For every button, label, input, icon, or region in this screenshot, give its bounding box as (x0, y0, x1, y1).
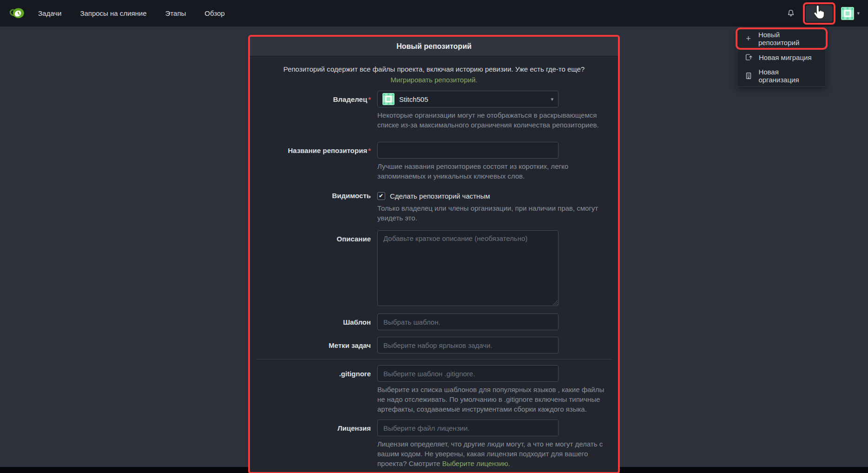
nav-item-issues[interactable]: Задачи (38, 9, 61, 17)
private-checkbox-label[interactable]: Сделать репозиторий частным (390, 192, 490, 200)
gitignore-help: Выберите из списка шаблонов для популярн… (377, 385, 608, 414)
nav-item-milestones[interactable]: Этапы (165, 9, 186, 17)
license-input[interactable] (377, 420, 559, 436)
chevron-down-icon: ▾ (857, 10, 860, 16)
license-help: Лицензия определяет, что другие люди мог… (377, 439, 608, 468)
license-label: Лицензия (250, 420, 377, 468)
repo-name-label: Название репозитория* (250, 142, 377, 181)
template-row: Шаблон (250, 313, 618, 330)
gitea-logo-icon (9, 6, 25, 21)
form-intro: Репозиторий содержит все файлы проекта, … (266, 64, 602, 85)
owner-label: Владелец* (250, 91, 377, 130)
page-title: Новый репозиторий (396, 42, 472, 51)
plus-icon: + (744, 34, 753, 44)
description-textarea[interactable] (377, 230, 559, 306)
template-input[interactable] (377, 313, 559, 330)
section-divider (256, 359, 612, 360)
chevron-down-icon: ▾ (822, 11, 824, 16)
user-menu-button[interactable]: ▾ (841, 7, 860, 20)
organization-icon (744, 72, 753, 80)
nav-item-pull-requests[interactable]: Запросы на слияние (80, 9, 146, 17)
menu-item-label: Новый репозиторий (758, 31, 819, 47)
new-repository-form: Новый репозиторий Репозиторий содержит в… (248, 35, 620, 473)
repo-name-help: Лучшие названия репозиториев состоят из … (377, 161, 608, 181)
menu-item-label: Новая миграция (759, 53, 812, 61)
nav-item-explore[interactable]: Обзор (204, 9, 224, 17)
navbar-right-actions: + ▾ ▾ (785, 2, 860, 25)
intro-text: Репозиторий содержит все файлы проекта, … (283, 65, 585, 73)
gitea-logo[interactable] (9, 6, 25, 21)
owner-select[interactable]: Stitch505 ▾ (377, 91, 559, 107)
visibility-row: Видимость Сделать репозиторий частным То… (250, 191, 618, 223)
bell-icon (786, 9, 796, 18)
description-label: Описание (250, 230, 377, 306)
top-navbar: Задачи Запросы на слияние Этапы Обзор + … (0, 0, 868, 27)
gitignore-input[interactable] (377, 365, 559, 382)
gitignore-row: .gitignore Выберите из списка шаблонов д… (250, 365, 618, 414)
form-body: Репозиторий содержит все файлы проекта, … (250, 56, 618, 472)
chevron-down-icon: ▾ (551, 96, 553, 102)
menu-item-label: Новая организация (758, 68, 819, 84)
visibility-help: Только владелец или члены организации, п… (377, 203, 608, 223)
create-new-button[interactable]: + ▾ (806, 5, 833, 22)
required-marker: * (368, 147, 371, 154)
private-checkbox[interactable] (377, 192, 385, 200)
license-row: Лицензия Лицензия определяет, что другие… (250, 420, 618, 468)
issue-labels-row: Метки задач (250, 337, 618, 353)
issue-labels-label: Метки задач (250, 337, 377, 353)
menu-item-new-migration[interactable]: Новая миграция (737, 48, 826, 67)
required-marker: * (368, 95, 371, 103)
owner-value: Stitch505 (399, 95, 428, 103)
create-dropdown-menu: + Новый репозиторий Новая миграция Новая… (737, 27, 826, 87)
migration-icon (744, 53, 753, 61)
highlight-box-create-button: + ▾ (803, 2, 835, 25)
repo-name-row: Название репозитория* Лучшие названия ре… (250, 142, 618, 181)
notifications-button[interactable] (785, 8, 796, 19)
owner-help: Некоторые организации могут не отображат… (377, 110, 608, 130)
menu-item-new-organization[interactable]: Новая организация (737, 67, 826, 85)
owner-avatar (382, 93, 395, 105)
choose-license-link[interactable]: Выберите лицензию. (442, 460, 510, 467)
user-avatar (841, 7, 854, 20)
form-header: Новый репозиторий (250, 37, 618, 56)
issue-labels-input[interactable] (377, 337, 559, 353)
visibility-label: Видимость (250, 191, 377, 223)
gitignore-label: .gitignore (250, 365, 377, 414)
plus-icon: + (815, 8, 820, 19)
menu-item-new-repository[interactable]: + Новый репозиторий (737, 29, 826, 48)
template-label: Шаблон (250, 313, 377, 330)
repo-name-input[interactable] (377, 142, 559, 159)
description-row: Описание (250, 230, 618, 306)
owner-row: Владелец* Stitch505 ▾ Некоторые организа… (250, 91, 618, 130)
migrate-repository-link[interactable]: Мигрировать репозиторий. (391, 76, 478, 84)
